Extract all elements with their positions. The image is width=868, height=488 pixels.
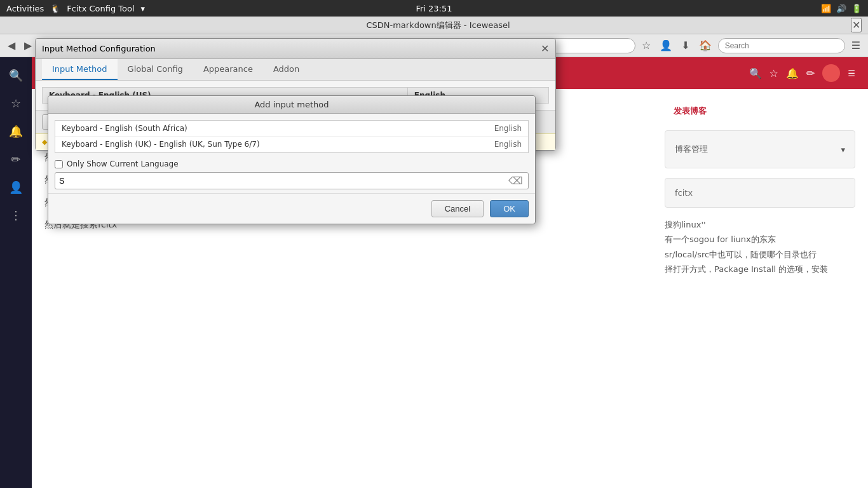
- tab-global-config[interactable]: Global Config: [118, 59, 193, 80]
- add-im-footer: Cancel OK: [48, 193, 535, 224]
- clear-search-button[interactable]: ⌫: [507, 175, 524, 187]
- only-show-label: Only Show Current Language: [67, 159, 179, 168]
- im-dialog-overlay: Input Method Configuration ✕ Input Metho…: [0, 0, 868, 488]
- tab-appearance[interactable]: Appearance: [193, 59, 263, 80]
- hint-icon: ◆: [42, 138, 47, 146]
- list-item[interactable]: Keyboard - English (South Africa) Englis…: [55, 121, 528, 137]
- add-im-title: Add input method: [254, 100, 329, 109]
- add-im-dialog: Add input method Keyboard - English (Sou…: [48, 95, 536, 224]
- im-dialog-titlebar: Input Method Configuration ✕: [36, 39, 555, 59]
- im-item-name: Keyboard - English (South Africa): [62, 124, 187, 133]
- cancel-button[interactable]: Cancel: [431, 200, 484, 217]
- add-im-titlebar: Add input method: [48, 96, 535, 114]
- im-dialog-close-button[interactable]: ✕: [541, 43, 549, 55]
- im-item-lang: English: [494, 124, 522, 133]
- im-dialog-title: Input Method Configuration: [42, 44, 156, 53]
- search-input-area: ⌫: [55, 172, 529, 189]
- ok-button[interactable]: OK: [490, 200, 529, 217]
- tab-input-method[interactable]: Input Method: [42, 59, 118, 80]
- tab-addon[interactable]: Addon: [263, 59, 309, 80]
- list-item[interactable]: Keyboard - English (UK) - English (UK, S…: [55, 137, 528, 152]
- add-im-list[interactable]: Keyboard - English (South Africa) Englis…: [55, 120, 529, 153]
- im-item-lang: English: [494, 140, 522, 149]
- only-show-checkbox[interactable]: [55, 160, 63, 168]
- im-search-input[interactable]: [59, 176, 507, 186]
- only-show-current-container: Only Show Current Language: [55, 159, 529, 168]
- im-tabs: Input Method Global Config Appearance Ad…: [36, 59, 555, 81]
- im-item-name: Keyboard - English (UK) - English (UK, S…: [62, 140, 260, 149]
